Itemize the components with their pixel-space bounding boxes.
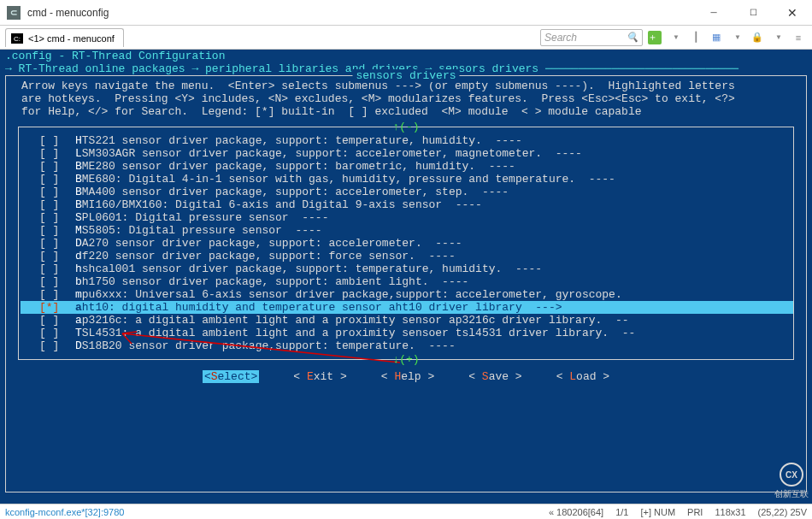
window-titlebar: ⊂ cmd - menuconfig ─ ☐ ✕	[0, 0, 812, 26]
maximize-button[interactable]: ☐	[733, 0, 773, 25]
menu-checkbox[interactable]: [ ]	[39, 250, 75, 262]
menu-hotkey: S	[75, 211, 82, 224]
button-row: <Select> < Exit > < Help > < Save > < Lo…	[6, 365, 806, 390]
menu-label: ME280 sensor driver package, support: ba…	[82, 160, 515, 173]
menu-checkbox[interactable]: [ ]	[39, 262, 75, 275]
menu-item-12[interactable]: [ ] mpu6xxx: Universal 6-axis sensor dri…	[39, 288, 790, 301]
menu-checkbox[interactable]: [ ]	[39, 198, 75, 211]
menu-item-9[interactable]: [ ] df220 sensor driver package, support…	[39, 250, 790, 262]
load-button[interactable]: < Load >	[556, 370, 609, 383]
close-button[interactable]: ✕	[773, 0, 812, 25]
new-tab-button[interactable]: ＋	[646, 29, 663, 46]
menu-label: SM303AGR sensor driver package, support:…	[82, 147, 582, 160]
menu-item-4[interactable]: [ ] BMA400 sensor driver package, suppor…	[39, 186, 790, 198]
search-icon: 🔍	[627, 32, 638, 43]
status-pri: PRI	[687, 507, 703, 517]
menu-label: TS221 sensor driver package, support: te…	[82, 134, 522, 147]
menu-hotkey: L	[75, 147, 82, 160]
minimize-button[interactable]: ─	[694, 0, 733, 25]
menu-hotkey: B	[75, 173, 82, 186]
menu-checkbox[interactable]: [*]	[39, 301, 75, 314]
menu-hotkey: H	[75, 134, 82, 147]
new-tab-dropdown[interactable]: ▼	[667, 29, 684, 46]
menu-hotkey: D	[75, 339, 82, 352]
menu-item-6[interactable]: [ ] SPL0601: Digital pressure sensor ---…	[39, 211, 790, 224]
menu-checkbox[interactable]: [ ]	[39, 339, 75, 352]
config-header: .config - RT-Thread Configuration	[0, 50, 812, 62]
status-encoding: « 180206[64]	[549, 507, 603, 517]
menu-checkbox[interactable]: [ ]	[39, 288, 75, 301]
menu-checkbox[interactable]: [ ]	[39, 134, 75, 147]
save-button[interactable]: < Save >	[468, 370, 521, 383]
menu-item-5[interactable]: [ ] BMI160/BMX160: Digital 6-axis and Di…	[39, 198, 790, 211]
window-title: cmd - menuconfig	[27, 7, 694, 19]
terminal: .config - RT-Thread Configuration → RT-T…	[0, 50, 812, 504]
menu-hotkey: B	[75, 198, 82, 211]
menu-checkbox[interactable]: [ ]	[39, 275, 75, 288]
menu-item-13[interactable]: [*] aht10: digital humidity and temperat…	[21, 301, 793, 314]
menu-checkbox[interactable]: [ ]	[39, 173, 75, 186]
help-text: Arrow keys navigate the menu. <Enter> se…	[6, 76, 806, 123]
menu-list[interactable]: [ ] HTS221 sensor driver package, suppor…	[22, 131, 790, 356]
menu-checkbox[interactable]: [ ]	[39, 327, 75, 339]
menu-checkbox[interactable]: [ ]	[39, 314, 75, 327]
tab-bar: C: <1> cmd - menuconf Search 🔍 ＋ ▼ ┃ ▦ ▼…	[0, 26, 812, 50]
menu-hotkey: T	[75, 327, 82, 339]
menu-hotkey: a	[75, 314, 82, 327]
tab-cmd[interactable]: C: <1> cmd - menuconf	[5, 28, 124, 47]
menu-item-11[interactable]: [ ] bh1750 sensor driver package, suppor…	[39, 275, 790, 288]
menu-item-3[interactable]: [ ] BME680: Digital 4-in-1 sensor with g…	[39, 173, 790, 186]
menu-label: ht10: digital humidity and temperature s…	[82, 301, 562, 314]
window-controls: ─ ☐ ✕	[694, 0, 812, 25]
menu-item-0[interactable]: [ ] HTS221 sensor driver package, suppor…	[39, 134, 790, 147]
menu-label: MI160/BMX160: Digital 6-axis and Digital…	[82, 198, 482, 211]
menu-checkbox[interactable]: [ ]	[39, 224, 75, 237]
status-position: 1/1	[615, 507, 628, 517]
menu-item-15[interactable]: [ ] TSL4531: a digital ambient light and…	[39, 327, 790, 339]
menu-label: MA400 sensor driver package, support: ac…	[82, 186, 509, 198]
search-input[interactable]: Search 🔍	[540, 29, 643, 46]
menu-item-10[interactable]: [ ] hshcal001 sensor driver package, sup…	[39, 262, 790, 275]
menu-label: PL0601: Digital pressure sensor ----	[82, 211, 329, 224]
menu-frame: ↑(-) [ ] HTS221 sensor driver package, s…	[18, 127, 794, 360]
menu-item-16[interactable]: [ ] DS18B20 sensor driver package,suppor…	[39, 339, 790, 352]
outer-frame: sensors drivers Arrow keys navigate the …	[5, 75, 807, 492]
menu-button[interactable]: ≡	[790, 29, 807, 46]
menu-item-14[interactable]: [ ] ap3216c: a digital ambient light and…	[39, 314, 790, 327]
menu-hotkey: B	[75, 186, 82, 198]
select-button[interactable]: <Select>	[203, 370, 259, 383]
scroll-down-indicator: ↓(+)	[392, 353, 419, 366]
status-bar: kconfig-mconf.exe*[32]:9780 « 180206[64]…	[0, 504, 812, 519]
help-button[interactable]: < Help >	[381, 370, 434, 383]
menu-hotkey: d	[75, 250, 82, 262]
exit-button[interactable]: < Exit >	[293, 370, 346, 383]
menu-item-1[interactable]: [ ] LSM303AGR sensor driver package, sup…	[39, 147, 790, 160]
lock-dropdown[interactable]: ▼	[769, 29, 786, 46]
menu-hotkey: a	[75, 301, 82, 314]
layout-dropdown[interactable]: ▼	[728, 29, 745, 46]
menu-item-7[interactable]: [ ] MS5805: Digital pressure sensor ----	[39, 224, 790, 237]
menu-label: shcal001 sensor driver package, support:…	[82, 262, 542, 275]
frame-title: sensors drivers	[352, 69, 459, 82]
menu-item-2[interactable]: [ ] BME280 sensor driver package, suppor…	[39, 160, 790, 173]
menu-checkbox[interactable]: [ ]	[39, 211, 75, 224]
status-cursor: (25,22) 25V	[758, 507, 807, 517]
status-size: 118x31	[715, 507, 745, 517]
menu-checkbox[interactable]: [ ]	[39, 147, 75, 160]
menu-label: pu6xxx: Universal 6-axis sensor driver p…	[82, 288, 622, 301]
menu-checkbox[interactable]: [ ]	[39, 237, 75, 250]
menu-hotkey: m	[75, 288, 82, 301]
menu-hotkey: h	[75, 262, 82, 275]
menu-hotkey: B	[75, 160, 82, 173]
menu-label: f220 sensor driver package, support: for…	[82, 250, 456, 262]
lock-button[interactable]: 🔒	[749, 29, 766, 46]
menu-checkbox[interactable]: [ ]	[39, 160, 75, 173]
tab-label: <1> cmd - menuconf	[28, 33, 115, 44]
menu-checkbox[interactable]: [ ]	[39, 186, 75, 198]
status-process: kconfig-mconf.exe*[32]:9780	[5, 507, 124, 517]
menu-item-8[interactable]: [ ] DA270 sensor driver package, support…	[39, 237, 790, 250]
menu-label: ME680: Digital 4-in-1 sensor with gas, h…	[82, 173, 615, 186]
menu-hotkey: M	[75, 224, 82, 237]
layout-button[interactable]: ▦	[708, 29, 725, 46]
menu-label: SL4531: a digital ambient light and a pr…	[82, 327, 636, 339]
